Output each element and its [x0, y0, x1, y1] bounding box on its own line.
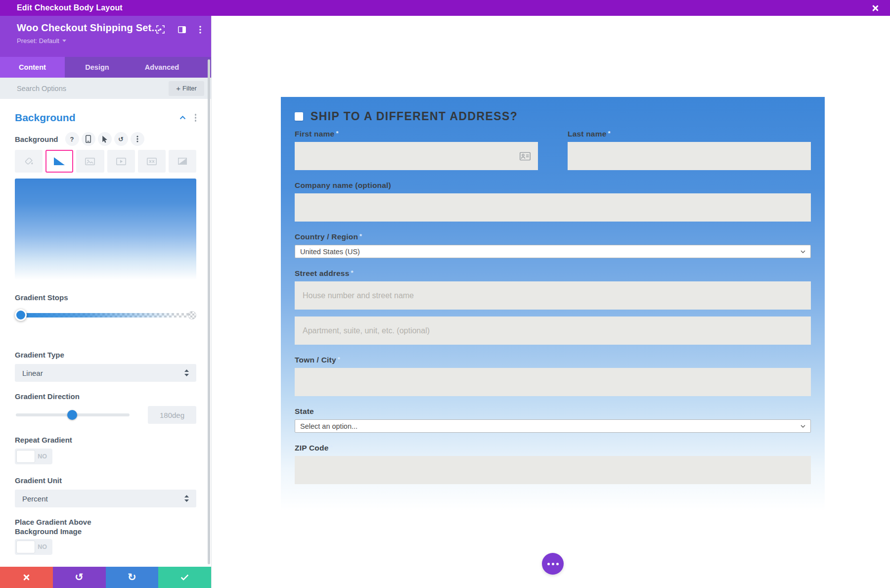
- first-name-input[interactable]: [295, 142, 538, 170]
- close-icon: [872, 4, 879, 12]
- section-options-button[interactable]: [195, 114, 197, 122]
- gradient-direction-handle[interactable]: [67, 410, 77, 420]
- tab-design[interactable]: Design: [65, 57, 130, 78]
- chevron-down-icon: [801, 425, 805, 428]
- town-city-input[interactable]: [295, 368, 811, 396]
- tab-content[interactable]: Content: [0, 57, 65, 78]
- required-asterisk: *: [330, 444, 333, 451]
- place-gradient-above-toggle-value: NO: [38, 539, 47, 555]
- gradient-icon: [54, 157, 65, 165]
- collapse-section-button[interactable]: [179, 116, 186, 120]
- panel-tabs: Content Design Advanced: [0, 57, 211, 78]
- repeat-gradient-toggle[interactable]: NO: [15, 449, 52, 464]
- first-name-label: First name*: [295, 130, 538, 138]
- panel-footer: ↺ ↻: [0, 567, 211, 588]
- updown-arrows-icon: [184, 495, 189, 502]
- undo-button[interactable]: ↺: [53, 567, 106, 588]
- modal-title: Edit Checkout Body Layout: [17, 3, 123, 12]
- modal-titlebar: Edit Checkout Body Layout: [0, 0, 890, 16]
- cancel-button[interactable]: [0, 567, 53, 588]
- check-icon: [180, 572, 188, 580]
- redo-icon: ↻: [128, 572, 136, 583]
- undo-icon: ↺: [118, 136, 124, 143]
- country-select[interactable]: United States (US): [295, 245, 811, 258]
- last-name-input[interactable]: [568, 142, 811, 170]
- gradient-stops-slider[interactable]: [15, 309, 196, 321]
- state-select[interactable]: Select an option...: [295, 419, 811, 433]
- hover-options-button[interactable]: [98, 132, 112, 146]
- last-name-label: Last name*: [568, 130, 811, 138]
- gradient-type-label: Gradient Type: [15, 350, 196, 360]
- mask-icon: [178, 158, 187, 165]
- video-icon: [116, 158, 126, 165]
- caret-down-icon: [62, 40, 66, 42]
- paint-bucket-icon: [25, 157, 33, 165]
- zip-label: ZIP Code*: [295, 444, 811, 452]
- panel-scrollbar[interactable]: [208, 59, 210, 564]
- divi-builder-modal: Edit Checkout Body Layout Woo Checkout S…: [0, 0, 890, 588]
- background-option-label: Background: [15, 135, 58, 143]
- ship-different-checkbox[interactable]: [295, 112, 303, 121]
- columns-icon: [178, 26, 186, 33]
- street-field-group: Street address*: [295, 269, 811, 345]
- town-label: Town / City*: [295, 356, 811, 364]
- background-section-title[interactable]: Background: [15, 112, 76, 124]
- tab-advanced[interactable]: Advanced: [130, 57, 194, 78]
- question-icon: ?: [70, 136, 74, 143]
- field-options-button[interactable]: [131, 132, 144, 146]
- last-name-field-group: Last name*: [568, 130, 811, 170]
- repeat-gradient-toggle-value: NO: [38, 449, 47, 464]
- gradient-direction-row: 180deg: [15, 406, 196, 424]
- panel-header-icons: [156, 25, 201, 34]
- expand-modal-button[interactable]: [156, 25, 165, 34]
- place-gradient-above-toggle[interactable]: NO: [15, 539, 52, 555]
- gradient-stops-track[interactable]: [16, 313, 191, 317]
- help-button[interactable]: ?: [65, 132, 79, 146]
- gradient-type-select[interactable]: Linear: [15, 364, 196, 382]
- gradient-direction-value[interactable]: 180deg: [148, 406, 196, 424]
- panel-position-button[interactable]: [178, 26, 186, 33]
- name-row: First name* Last name*: [295, 130, 811, 170]
- bg-type-image-button[interactable]: [76, 150, 104, 173]
- chevron-down-icon: [801, 250, 805, 253]
- dots-vertical-icon: [199, 26, 201, 34]
- responsive-button[interactable]: [82, 132, 95, 146]
- street-address-1-input[interactable]: [295, 281, 811, 310]
- gradient-unit-select[interactable]: Percent: [15, 490, 196, 507]
- save-button[interactable]: [158, 567, 211, 588]
- company-label: Company name (optional): [295, 181, 811, 190]
- expand-icon: [156, 25, 165, 34]
- cursor-icon: [102, 136, 108, 143]
- background-section-header: Background: [15, 111, 196, 124]
- bg-type-video-button[interactable]: [107, 150, 135, 173]
- filter-button[interactable]: + Filter: [169, 81, 204, 96]
- panel-options-button[interactable]: [199, 26, 201, 34]
- bg-type-pattern-button[interactable]: [138, 150, 166, 173]
- redo-button[interactable]: ↻: [106, 567, 159, 588]
- undo-icon: ↺: [75, 572, 84, 583]
- required-asterisk: *: [338, 356, 340, 363]
- zip-code-input[interactable]: [295, 456, 811, 484]
- state-label: State: [295, 407, 811, 416]
- bg-type-gradient-button[interactable]: [45, 150, 73, 173]
- builder-preview: SHIP TO A DIFFERENT ADDRESS? First name*…: [212, 16, 890, 588]
- gradient-stop-handle-transparent[interactable]: [188, 311, 196, 319]
- gradient-stop-handle-blue[interactable]: [15, 309, 27, 321]
- panel-header: Woo Checkout Shipping Set... Preset: Def…: [0, 16, 211, 57]
- search-options-bar: + Filter: [0, 78, 211, 99]
- search-options-input[interactable]: [17, 85, 169, 92]
- gradient-direction-slider[interactable]: [15, 406, 130, 424]
- company-input[interactable]: [295, 193, 811, 222]
- reset-button[interactable]: ↺: [114, 132, 128, 146]
- preset-dropdown[interactable]: Preset: Default: [17, 37, 66, 45]
- settings-fab-button[interactable]: [542, 553, 564, 575]
- gradient-type-value: Linear: [22, 369, 43, 377]
- toggle-knob: [16, 541, 35, 553]
- street-address-2-input[interactable]: [295, 317, 811, 345]
- image-icon: [85, 158, 95, 165]
- bg-type-color-button[interactable]: [15, 150, 43, 173]
- close-button[interactable]: [870, 3, 880, 13]
- bg-type-mask-button[interactable]: [169, 150, 196, 173]
- ship-different-heading: SHIP TO A DIFFERENT ADDRESS?: [311, 110, 518, 123]
- state-select-value: Select an option...: [300, 422, 357, 430]
